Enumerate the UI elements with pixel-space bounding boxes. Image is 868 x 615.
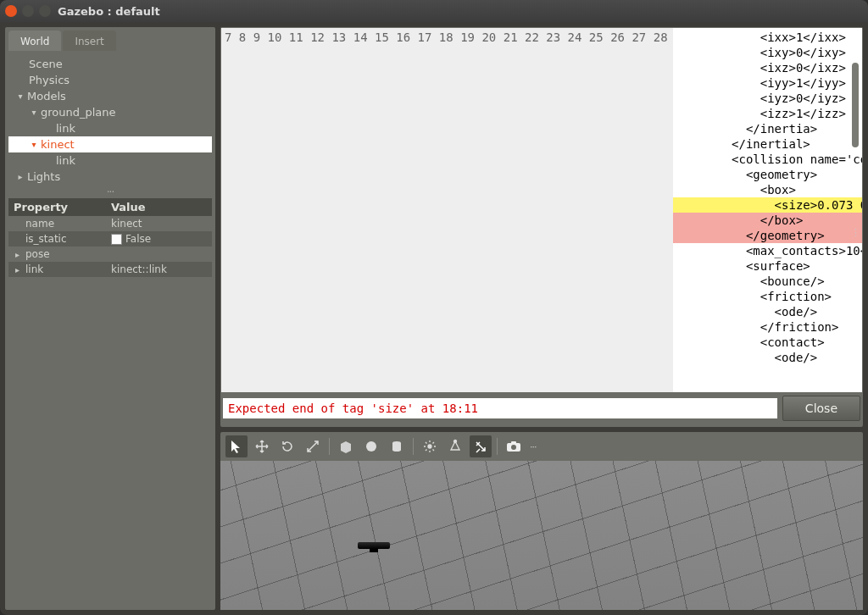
property-row-name[interactable]: name kinect <box>8 216 212 231</box>
code-line[interactable]: <box> <box>673 182 862 197</box>
code-line[interactable]: <surface> <box>673 258 862 274</box>
app-window: Gazebo : default World Insert Scene Phys… <box>0 0 868 615</box>
left-tabs: World Insert <box>8 30 212 51</box>
scrollbar-thumb[interactable] <box>852 63 859 147</box>
toolbar-separator <box>329 438 330 455</box>
property-row-pose[interactable]: ▸pose <box>8 247 212 262</box>
window-close-button[interactable] <box>5 5 17 17</box>
directional-light-tool[interactable] <box>470 435 492 457</box>
code-line[interactable]: <ixz>0</ixz> <box>673 60 862 75</box>
titlebar: Gazebo : default <box>0 0 868 22</box>
spot-light-tool[interactable] <box>444 435 466 457</box>
property-row-link[interactable]: ▸link kinect::link <box>8 262 212 277</box>
viewport-area: ··· <box>220 432 863 610</box>
left-panel: World Insert Scene Physics ▾Models ▾grou… <box>5 27 215 610</box>
tree-item-lights[interactable]: ▸Lights <box>8 169 212 185</box>
property-header-property: Property <box>8 198 106 216</box>
viewport-toolbar: ··· <box>220 432 863 461</box>
code-line[interactable]: <size>0.073 0.276 0.072<size> <box>673 197 862 213</box>
window-minimize-button[interactable] <box>22 5 34 17</box>
tree-item-kinect[interactable]: ▾kinect <box>8 136 212 152</box>
tab-insert[interactable]: Insert <box>63 30 115 51</box>
insert-sphere-tool[interactable] <box>360 435 382 457</box>
code-line[interactable]: </box> <box>673 213 862 228</box>
code-line[interactable]: <ixy>0</ixy> <box>673 45 862 60</box>
insert-cylinder-tool[interactable] <box>386 435 408 457</box>
scale-tool[interactable] <box>302 435 324 457</box>
chevron-right-icon: ▸ <box>15 250 24 259</box>
vertical-scrollbar[interactable] <box>849 29 861 376</box>
code-line[interactable]: <iyy>1</iyy> <box>673 75 862 91</box>
toolbar-separator <box>413 438 414 455</box>
code-line[interactable]: </inertia> <box>673 121 862 136</box>
code-line[interactable]: <ode/> <box>673 304 862 319</box>
toolbar-separator <box>497 438 498 455</box>
panel-resize-handle[interactable]: ⋮ <box>851 227 860 238</box>
svg-point-5 <box>454 440 457 443</box>
error-message: Expected end of tag 'size' at 18:11 <box>223 398 777 418</box>
point-light-tool[interactable] <box>419 435 441 457</box>
rotate-tool[interactable] <box>276 435 298 457</box>
property-panel: Property Value name kinect is_static Fal… <box>8 198 212 277</box>
code-gutter: 7 8 9 10 11 12 13 14 15 16 17 18 19 20 2… <box>221 28 673 392</box>
code-line[interactable]: <ode/> <box>673 350 862 365</box>
screenshot-tool[interactable] <box>503 435 525 457</box>
code-line[interactable]: <ixx>1</ixx> <box>673 30 862 45</box>
code-line[interactable]: </geometry> <box>673 228 862 243</box>
3d-viewport[interactable] <box>220 461 863 610</box>
world-tree: Scene Physics ▾Models ▾ground_plane link… <box>8 54 212 186</box>
tree-item-scene[interactable]: Scene <box>8 56 212 72</box>
ground-grid <box>220 461 863 610</box>
svg-rect-8 <box>511 441 516 444</box>
property-header-value: Value <box>106 198 212 216</box>
code-line[interactable]: <izz>1</izz> <box>673 106 862 121</box>
tab-world[interactable]: World <box>8 30 61 51</box>
code-line[interactable]: <collision name='collision'> <box>673 152 862 167</box>
code-editor[interactable]: 7 8 9 10 11 12 13 14 15 16 17 18 19 20 2… <box>220 27 863 427</box>
toolbar-handle-icon[interactable]: ··· <box>530 441 537 452</box>
vertical-splitter[interactable] <box>8 190 212 195</box>
code-line[interactable]: </inertial> <box>673 136 862 152</box>
code-line[interactable]: <geometry> <box>673 167 862 182</box>
svg-point-0 <box>366 441 376 452</box>
tree-item-models[interactable]: ▾Models <box>8 88 212 104</box>
svg-point-3 <box>392 448 401 452</box>
chevron-right-icon: ▸ <box>15 265 24 274</box>
tree-item-ground-plane[interactable]: ▾ground_plane <box>8 104 212 120</box>
code-line[interactable]: <friction> <box>673 289 862 304</box>
checkbox-icon[interactable] <box>111 234 122 245</box>
insert-box-tool[interactable] <box>335 435 357 457</box>
kinect-model[interactable] <box>358 542 390 549</box>
tree-item-ground-plane-link[interactable]: link <box>8 120 212 136</box>
select-tool[interactable] <box>225 435 248 457</box>
window-title: Gazebo : default <box>58 5 160 18</box>
right-panel: 7 8 9 10 11 12 13 14 15 16 17 18 19 20 2… <box>220 27 863 610</box>
chevron-down-icon: ▾ <box>29 140 39 149</box>
tree-item-physics[interactable]: Physics <box>8 72 212 88</box>
close-button[interactable]: Close <box>782 396 860 421</box>
window-maximize-button[interactable] <box>39 5 51 17</box>
tree-item-kinect-link[interactable]: link <box>8 152 212 169</box>
translate-tool[interactable] <box>251 435 273 457</box>
code-line[interactable]: </friction> <box>673 319 862 335</box>
code-line[interactable]: <iyz>0</iyz> <box>673 91 862 106</box>
code-line[interactable]: <bounce/> <box>673 274 862 289</box>
chevron-down-icon: ▾ <box>29 108 39 117</box>
code-line[interactable]: <contact> <box>673 335 862 350</box>
code-body[interactable]: <ixx>1</ixx> <ixy>0</ixy> <ixz>0</ixz> <… <box>673 28 862 392</box>
property-row-is-static[interactable]: is_static False <box>8 231 212 247</box>
chevron-down-icon: ▾ <box>15 91 25 101</box>
code-line[interactable]: <max_contacts>10</max_contacts> <box>673 243 862 258</box>
chevron-right-icon: ▸ <box>15 172 25 181</box>
error-bar: Expected end of tag 'size' at 18:11 Clos… <box>221 392 862 426</box>
svg-point-7 <box>511 445 516 450</box>
svg-point-4 <box>428 445 431 448</box>
